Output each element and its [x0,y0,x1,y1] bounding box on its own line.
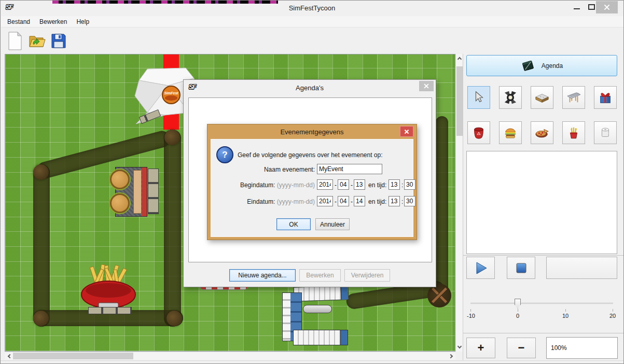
tool-button-stage[interactable] [531,86,553,109]
end-day-input[interactable] [354,196,365,206]
agenda-list-box[interactable] [466,151,617,254]
log-prop [303,305,332,313]
play-icon [473,260,489,276]
start-date-label: Begindatum: (yyyy-mm-dd) [216,181,315,189]
start-year-input[interactable] [317,179,333,190]
background-artifact [52,1,278,4]
slider-label: -10 [461,313,481,319]
date-format-hint: (yyyy-mm-dd) [277,198,315,205]
event-dialog-titlebar: Evenementgegevens [207,124,417,139]
agendas-dialog-close-button[interactable] [419,81,434,91]
menu-item-bestand[interactable]: Bestand [7,18,30,25]
delete-agenda-button[interactable]: Verwijderen [344,269,390,282]
scroll-down-button[interactable] [456,343,463,352]
end-hour-input[interactable] [389,196,400,206]
tool-button-tent-frame[interactable] [562,86,585,109]
event-dialog-body: ? Geef de volgende gegevens over het eve… [211,139,413,237]
help-icon: ? [216,146,233,163]
slider-label: 20 [602,313,623,319]
zoom-out-button[interactable]: − [507,338,536,358]
start-minute-input[interactable] [404,179,415,190]
stop-button[interactable] [507,257,535,279]
zoom-percent-field[interactable] [546,337,618,359]
agenda-panel-button[interactable]: Agenda [466,55,617,76]
scroll-left-button[interactable] [5,352,13,360]
spotlight-icon [503,90,518,105]
cancel-button[interactable]: Annuleer [315,218,350,230]
map-horizontal-scrollbar[interactable] [5,352,455,360]
menu-item-bewerken[interactable]: Bewerken [39,18,67,25]
panel-divider [463,255,624,256]
path-segment [436,116,448,303]
slider-label: 10 [555,313,576,319]
scroll-down-icon [457,344,462,348]
menu-item-help[interactable]: Help [76,18,89,25]
svg-text:SimFest: SimFest [164,91,178,95]
slider-track[interactable] [470,303,613,304]
slider-thumb[interactable] [515,299,521,309]
speed-slider[interactable]: -10 0 10 20 [463,292,624,324]
minus-icon: − [518,341,525,355]
tool-button-spotlight[interactable] [499,86,522,109]
burger-prop [110,193,130,213]
agendas-dialog-titlebar: SF Agenda's [184,80,436,96]
ok-button[interactable]: OK [276,218,311,230]
end-minute-input[interactable] [404,196,415,206]
scroll-up-icon [457,57,462,61]
save-floppy-icon [50,33,67,49]
end-month-input[interactable] [338,196,349,206]
tool-button-fries-stand[interactable] [562,121,585,144]
map-vertical-scrollbar[interactable] [455,54,463,352]
toolbar [1,27,624,53]
event-dialog: Evenementgegevens ? Geef de volgende geg… [207,124,417,240]
play-button[interactable] [466,257,495,279]
horizontal-scroll-thumb[interactable] [13,353,133,359]
zoom-in-button[interactable]: + [466,338,495,358]
scroll-right-icon [448,354,452,358]
scroll-up-button[interactable] [456,54,463,63]
fries-stand[interactable] [79,264,140,312]
event-dialog-close-button[interactable] [400,126,413,137]
gift-shop-icon [598,90,613,105]
select-cursor-icon [472,90,486,105]
path-knot [167,311,182,326]
trash-bin-icon [472,125,486,140]
scroll-left-icon [7,354,11,358]
slider-label: 0 [507,313,528,319]
time-label: en tijd: [368,198,386,205]
save-file-button[interactable] [49,31,68,51]
barrier-structure[interactable] [281,285,354,347]
tool-button-pizza-stand[interactable] [531,121,553,144]
tool-button-gift-shop[interactable] [594,86,617,109]
playback-extra-button[interactable] [546,257,617,279]
end-year-input[interactable] [317,196,333,206]
new-file-button[interactable] [5,31,25,51]
tool-button-select[interactable] [467,86,490,109]
event-name-input[interactable] [317,164,382,174]
pizza-stand-icon [535,125,549,140]
minimize-button[interactable] [570,1,584,13]
time-separator: : [401,198,403,205]
close-icon [423,82,430,90]
open-file-button[interactable] [27,31,47,51]
path-knot [33,164,49,180]
status-bar [1,360,624,364]
tent-frame-icon [566,90,581,105]
new-agenda-button[interactable]: Nieuwe agenda... [229,269,296,282]
tool-button-burger-stand[interactable] [499,121,522,144]
agenda-panel-label: Agenda [542,62,563,69]
tool-button-trash-bin[interactable] [467,121,490,144]
start-hour-input[interactable] [389,179,400,190]
new-document-icon [7,32,23,50]
maximize-icon [588,4,595,10]
vertical-scroll-thumb[interactable] [456,66,463,136]
edit-agenda-button[interactable]: Bewerken [299,269,341,282]
tool-button-toilet[interactable] [594,121,617,144]
start-day-input[interactable] [354,179,365,190]
menu-bar: Bestand Bewerken Help [1,16,624,27]
start-month-input[interactable] [338,179,349,190]
scroll-right-button[interactable] [447,352,455,360]
panel-divider [463,333,624,333]
close-button[interactable] [596,1,618,13]
agenda-book-icon [521,58,536,74]
